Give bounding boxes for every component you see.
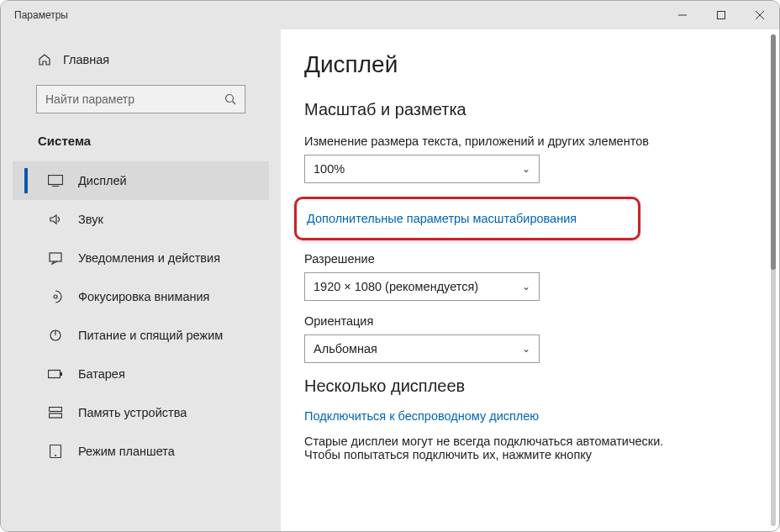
orientation-value: Альбомная	[314, 342, 377, 356]
sidebar-item-label: Фокусировка внимания	[78, 290, 209, 303]
orientation-select[interactable]: Альбомная ⌄	[304, 334, 540, 363]
close-button[interactable]	[740, 1, 779, 29]
maximize-button[interactable]	[702, 1, 740, 29]
titlebar: Параметры	[1, 1, 779, 29]
sidebar-item-focus[interactable]: Фокусировка внимания	[13, 277, 269, 316]
scale-select[interactable]: 100% ⌄	[304, 155, 540, 183]
content-area: Дисплей Масштаб и разметка Изменение раз…	[281, 29, 779, 531]
storage-icon	[48, 405, 63, 420]
svg-rect-8	[50, 253, 61, 261]
sidebar-item-label: Режим планшета	[78, 445, 175, 458]
wireless-display-link[interactable]: Подключиться к беспроводному дисплею	[304, 409, 761, 423]
scale-value: 100%	[314, 162, 345, 176]
svg-rect-13	[61, 372, 62, 376]
search-placeholder: Найти параметр	[45, 92, 134, 106]
multi-display-header: Несколько дисплеев	[304, 377, 761, 396]
svg-point-4	[226, 95, 234, 103]
chevron-down-icon: ⌄	[522, 281, 530, 292]
sidebar-item-label: Питание и спящий режим	[78, 329, 223, 342]
tablet-icon	[48, 444, 63, 459]
battery-icon	[48, 366, 63, 382]
resolution-label: Разрешение	[304, 252, 761, 266]
sidebar-item-label: Память устройства	[78, 406, 187, 419]
search-icon	[224, 93, 236, 105]
svg-rect-6	[49, 176, 63, 185]
advanced-scaling-link[interactable]: Дополнительные параметры масштабирования	[307, 212, 577, 225]
svg-rect-15	[50, 413, 62, 418]
sidebar-item-battery[interactable]: Батарея	[13, 355, 269, 393]
window-title: Параметры	[14, 9, 68, 21]
focus-icon	[48, 289, 63, 304]
scale-section-header: Масштаб и разметка	[304, 100, 761, 119]
sidebar-category: Система	[13, 130, 269, 161]
note-line-2: Чтобы попытаться подключить их, нажмите …	[304, 448, 761, 461]
resolution-select[interactable]: 1920 × 1080 (рекомендуется) ⌄	[304, 272, 540, 301]
sound-icon	[48, 212, 63, 227]
sidebar-item-storage[interactable]: Память устройства	[13, 393, 269, 432]
svg-point-17	[55, 455, 56, 456]
home-label: Главная	[63, 53, 109, 66]
svg-point-9	[54, 295, 57, 298]
home-icon	[38, 53, 51, 66]
sidebar: Главная Найти параметр Система Дисплей З…	[1, 29, 281, 531]
scale-label: Изменение размера текста, приложений и д…	[304, 134, 761, 148]
search-input[interactable]: Найти параметр	[36, 85, 245, 113]
sidebar-item-notifications[interactable]: Уведомления и действия	[13, 239, 269, 277]
scrollbar-thumb[interactable]	[771, 34, 776, 270]
sidebar-item-power[interactable]: Питание и спящий режим	[13, 316, 269, 355]
window-controls	[663, 1, 779, 29]
window-body: Главная Найти параметр Система Дисплей З…	[1, 29, 779, 531]
sidebar-item-tablet[interactable]: Режим планшета	[13, 432, 269, 471]
settings-window: Параметры Главная Найти параметр Система	[0, 0, 780, 532]
sidebar-item-display[interactable]: Дисплей	[13, 161, 269, 200]
chevron-down-icon: ⌄	[522, 343, 530, 355]
svg-rect-1	[718, 12, 725, 19]
svg-rect-12	[49, 371, 61, 378]
highlight-annotation: Дополнительные параметры масштабирования	[294, 197, 640, 240]
note-line-1: Старые дисплеи могут не всегда подключат…	[304, 435, 761, 448]
display-icon	[48, 173, 63, 188]
sidebar-item-label: Звук	[78, 213, 103, 226]
minimize-button[interactable]	[663, 1, 702, 29]
notifications-icon	[48, 250, 63, 266]
power-icon	[48, 328, 63, 343]
sidebar-item-label: Уведомления и действия	[78, 251, 220, 265]
svg-line-5	[233, 102, 236, 105]
svg-rect-14	[50, 408, 62, 412]
page-title: Дисплей	[304, 51, 761, 78]
sidebar-item-sound[interactable]: Звук	[13, 200, 269, 239]
home-link[interactable]: Главная	[13, 45, 269, 75]
sidebar-item-label: Дисплей	[78, 174, 127, 187]
chevron-down-icon: ⌄	[522, 163, 530, 175]
sidebar-item-label: Батарея	[78, 367, 125, 381]
orientation-label: Ориентация	[304, 314, 761, 328]
sidebar-nav: Дисплей Звук Уведомления и действия Фоку…	[13, 161, 269, 471]
resolution-value: 1920 × 1080 (рекомендуется)	[314, 280, 478, 293]
